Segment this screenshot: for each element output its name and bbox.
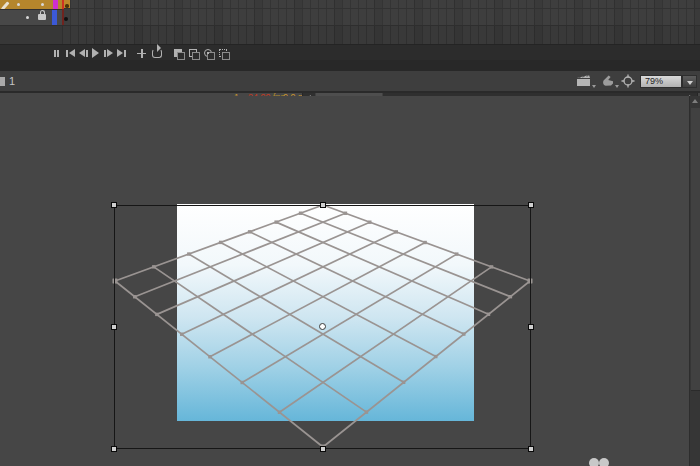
timeline-panel: 1 24.00 fps 0.0 s — [0, 0, 700, 60]
go-to-first-frame-button[interactable] — [66, 47, 75, 59]
zoom-level-input[interactable]: 79% — [640, 75, 682, 88]
edit-bar: 1 79% — [0, 71, 700, 93]
edit-scene-dropdown-arrow[interactable] — [592, 85, 596, 88]
animate-workspace: 1 24.00 fps 0.0 s 1 79% — [0, 0, 700, 466]
modify-markers-icon — [219, 49, 227, 57]
keyframe-dot-layer1[interactable] — [65, 4, 69, 8]
selection-handle-bottom-left[interactable] — [111, 446, 117, 452]
selection-handle-bottom-right[interactable] — [528, 446, 534, 452]
loop-button[interactable] — [152, 47, 162, 59]
modify-markers-button[interactable] — [219, 47, 227, 59]
loop-icon — [152, 49, 162, 58]
onion-skin-button[interactable] — [174, 47, 182, 59]
layer-row-selected[interactable] — [0, 0, 62, 9]
row-divider — [62, 8, 700, 9]
layer1-outline-color-swatch[interactable] — [53, 0, 58, 9]
edit-multiple-frames-button[interactable] — [204, 47, 212, 59]
watermark-circle — [599, 458, 609, 466]
panel-divider — [0, 60, 700, 71]
step-back-button[interactable] — [79, 47, 88, 59]
clip-content-icon[interactable] — [621, 74, 635, 88]
layer2-outline-color-swatch[interactable] — [52, 10, 57, 26]
playhead[interactable] — [62, 0, 64, 9]
selection-handle-top-center[interactable] — [320, 202, 326, 208]
transform-center-point[interactable] — [319, 323, 326, 330]
playhead-line — [62, 9, 64, 25]
row-divider — [62, 25, 700, 26]
selection-handle-middle-left[interactable] — [111, 324, 117, 330]
layer1-lock-dot[interactable] — [41, 3, 44, 6]
timeline-layer-controls — [0, 0, 62, 44]
lock-icon[interactable] — [38, 14, 46, 20]
timeline-toolbar: 1 24.00 fps 0.0 s — [0, 44, 700, 60]
watermark-circle — [589, 458, 599, 466]
center-frame-button[interactable] — [137, 47, 146, 59]
go-to-last-frame-button[interactable] — [117, 47, 126, 59]
scene-label: 1 — [9, 75, 15, 87]
edit-scene-icon[interactable] — [576, 74, 591, 88]
layer1-visibility-dot[interactable] — [17, 3, 20, 6]
edit-multiple-frames-icon — [204, 49, 212, 57]
timeline-frames-area[interactable] — [62, 0, 700, 44]
selection-handle-top-left[interactable] — [111, 202, 117, 208]
step-forward-button[interactable] — [104, 47, 113, 59]
scroll-up-arrow-icon[interactable] — [692, 99, 698, 103]
selection-handle-middle-right[interactable] — [528, 324, 534, 330]
edit-symbols-icon[interactable] — [601, 74, 615, 88]
pause-button[interactable] — [54, 47, 59, 59]
scene-icon — [0, 77, 5, 86]
onion-skin-outlines-button[interactable] — [189, 47, 197, 59]
stage-vertical-scrollbar[interactable] — [689, 96, 700, 466]
scrollbar-thumb[interactable] — [691, 108, 700, 391]
edit-symbols-dropdown-arrow[interactable] — [615, 85, 619, 88]
layer-panel-empty-area — [0, 25, 62, 45]
keyframe-dot-layer2[interactable] — [64, 17, 68, 21]
center-frame-icon — [137, 49, 146, 58]
selection-handle-bottom-center[interactable] — [320, 446, 326, 452]
onion-outlines-icon — [189, 49, 197, 57]
selection-handle-top-right[interactable] — [528, 202, 534, 208]
frames-empty-area — [62, 26, 700, 44]
play-button[interactable] — [92, 47, 99, 59]
stage-area[interactable] — [0, 96, 700, 466]
zoom-dropdown-button[interactable] — [682, 75, 697, 88]
layer2-visibility-dot[interactable] — [26, 16, 29, 19]
layer-row[interactable] — [0, 9, 62, 26]
onion-skin-icon — [174, 49, 182, 57]
